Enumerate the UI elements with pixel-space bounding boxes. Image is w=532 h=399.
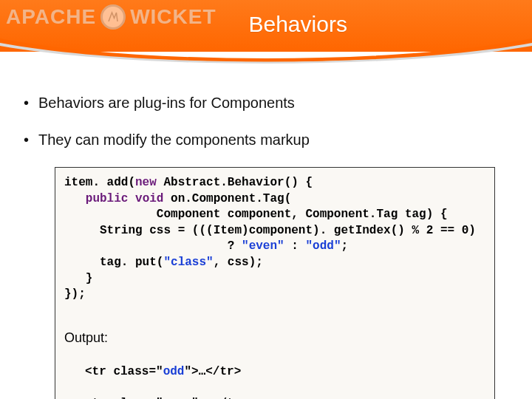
- logo-wicket-text: WICKET: [130, 5, 216, 29]
- logo-apache-text: APACHE: [6, 5, 96, 29]
- slide-header: APACHE WICKET Behaviors: [0, 0, 532, 52]
- header-swoosh-icon: [0, 38, 532, 65]
- output-line: <tr class="odd">…</tr>: [64, 364, 485, 381]
- output-label: Output:: [64, 329, 485, 347]
- apache-wicket-logo: APACHE WICKET: [6, 4, 216, 30]
- code-text: <tr class=": [85, 365, 163, 378]
- code-string: "odd": [305, 239, 341, 253]
- code-text: [64, 192, 86, 205]
- slide-body: Behaviors are plug-ins for Components Th…: [0, 52, 532, 399]
- list-item: Behaviors are plug-ins for Components: [22, 93, 510, 112]
- wicket-ring-icon: [100, 4, 126, 30]
- code-block: item. add(new Abstract.Behavior() { publ…: [55, 167, 495, 399]
- code-text: ?: [64, 239, 242, 253]
- code-text: Component component, Component.Tag tag) …: [64, 208, 447, 221]
- slide-title: Behaviors: [248, 12, 347, 37]
- code-text: on.Component.Tag(: [163, 192, 291, 205]
- output-block: Output: <tr class="odd">…</tr> <tr class…: [64, 313, 485, 399]
- code-text: :: [284, 239, 306, 253]
- code-text: tag. put(: [64, 256, 163, 269]
- code-text: String css = (((Item)component). getInde…: [64, 224, 476, 237]
- code-text: }: [64, 272, 92, 285]
- code-text: });: [64, 287, 86, 301]
- code-keyword: new: [135, 176, 157, 189]
- code-text: , css);: [214, 256, 263, 269]
- code-text: ;: [341, 239, 348, 253]
- list-item: They can modify the components markup: [22, 130, 510, 149]
- code-text: ">…</tr>: [184, 365, 241, 378]
- output-line: <tr class="even">…</tr>: [64, 396, 485, 399]
- code-text: item. add(: [64, 176, 135, 189]
- code-text: Abstract.Behavior() {: [157, 176, 313, 189]
- bullet-list: Behaviors are plug-ins for Components Th…: [22, 93, 510, 149]
- code-string: "even": [242, 239, 284, 253]
- code-keyword: public void: [86, 192, 164, 205]
- code-string: "class": [163, 256, 213, 269]
- code-string: odd: [163, 365, 185, 378]
